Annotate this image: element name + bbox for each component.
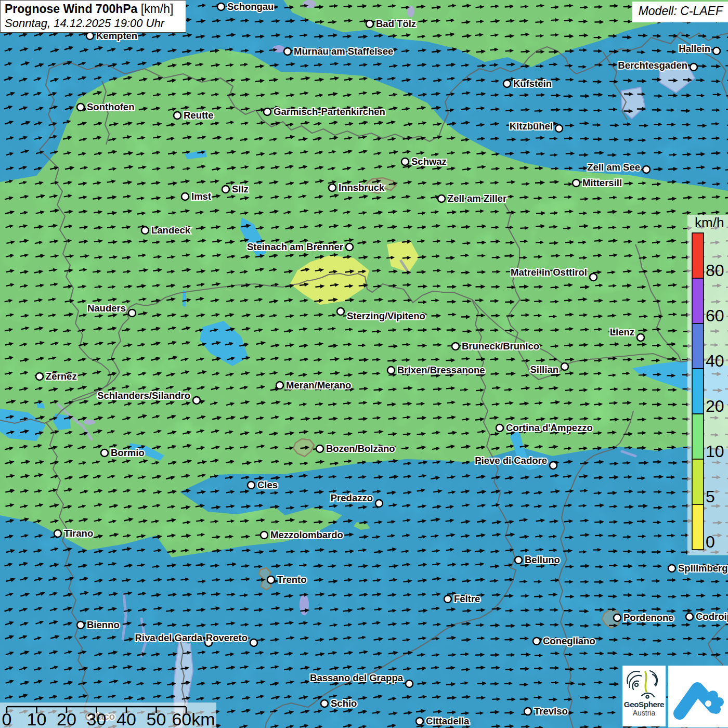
city-dot <box>284 48 291 55</box>
city-dot <box>387 367 395 374</box>
city-dot <box>515 556 522 564</box>
city-marker: Bozen/Bolzano <box>316 443 395 454</box>
city-dot <box>261 531 268 539</box>
wind-forecast-map-page: SchongauBad TölzKemptenMurnau am Staffel… <box>0 0 728 728</box>
city-marker: Mezzolombardo <box>261 529 343 540</box>
city-label: Cittadella <box>426 716 470 726</box>
city-label: Silz <box>232 184 249 194</box>
lake <box>84 420 95 425</box>
city-label: Lienz <box>610 327 634 337</box>
city-label: Kufstein <box>513 78 552 89</box>
mountain-cloud-logo-icon <box>668 666 728 727</box>
city-dot <box>524 708 531 715</box>
city-label: Schio <box>331 698 357 709</box>
city-dot <box>590 274 597 281</box>
city-label: Pordenone <box>623 612 674 623</box>
legend-tick-label: 20 <box>706 397 724 415</box>
city-label: Imst <box>191 191 211 202</box>
city-dot <box>614 614 621 621</box>
legend-tick-label: 60 <box>706 306 724 325</box>
city-label: Landeck <box>151 225 191 236</box>
city-marker: Bruneck/Brunico <box>452 341 539 352</box>
legend-color-swatch <box>692 278 704 323</box>
city-label: Spilimbergo <box>678 563 728 574</box>
legend-color-swatch <box>692 414 704 459</box>
title-box: Prognose Wind 700hPa [km/h] Sonntag, 14.… <box>0 0 186 33</box>
city-dot <box>438 195 445 202</box>
city-dot <box>533 638 540 645</box>
city-dot <box>713 47 720 55</box>
model-box: Modell: C-LAEF <box>632 2 728 22</box>
city-label: Bruneck/Brunico <box>462 341 539 352</box>
city-label: Brixen/Bressanone <box>397 365 485 375</box>
city-label: Meran/Merano <box>286 380 351 391</box>
legend: km/h806040201050 <box>687 215 728 555</box>
geosphere-logo-box: GeoSphere Austria <box>622 666 666 726</box>
city-marker: Steinach am Brenner <box>247 241 353 252</box>
legend-color-swatch <box>692 233 704 278</box>
city-label: Sonthofen <box>87 101 134 112</box>
city-dot <box>643 166 650 173</box>
city-label: Bormio <box>111 447 145 458</box>
city-marker: Berchtesgaden <box>618 60 697 71</box>
city-dot <box>321 700 328 707</box>
city-dot <box>248 482 255 489</box>
city-label: Murnau am Staffelsee <box>294 46 393 57</box>
city-dot <box>54 530 61 537</box>
scale-label: 0 <box>2 709 12 728</box>
city-dot <box>193 397 200 404</box>
city-label: Schongau <box>227 1 274 12</box>
city-label: Pieve di Cadore <box>475 455 547 466</box>
scale-label: 20 <box>57 709 76 728</box>
city-dot <box>366 20 373 28</box>
city-dot <box>561 363 568 370</box>
city-dot <box>550 462 557 469</box>
legend-tick-label: 80 <box>706 261 724 280</box>
legend-tick-label: 0 <box>706 532 715 551</box>
city-marker: Murnau am Staffelsee <box>284 46 393 57</box>
city-label: Tirano <box>64 528 93 539</box>
city-dot <box>267 576 275 583</box>
city-marker: Brixen/Bressanone <box>387 365 485 375</box>
geosphere-name: GeoSphere <box>622 700 666 709</box>
city-dot <box>573 179 580 187</box>
city-label: Sterzing/Vipiteno <box>347 310 425 321</box>
city-label: Bad Tölz <box>376 18 416 29</box>
city-label: Rovereto <box>206 632 248 643</box>
city-label: Cortina d'Ampezzo <box>506 422 593 433</box>
city-marker: Silz <box>222 184 249 194</box>
city-marker: Zell am Ziller <box>438 193 506 204</box>
city-label: Reutte <box>184 110 214 121</box>
city-label: Zell am Ziller <box>448 193 506 204</box>
city-label: Codroipo <box>696 611 728 622</box>
city-label: Schlanders/Silandro <box>97 390 190 401</box>
city-dot <box>276 382 283 389</box>
city-label: Mezzolombardo <box>270 529 343 540</box>
city-label: Schwaz <box>411 156 447 167</box>
city-dot <box>250 639 257 646</box>
city-label: Bienno <box>87 619 120 630</box>
city-label: Hallein <box>679 43 710 54</box>
city-label: Conegliano <box>543 635 595 646</box>
city-dot <box>77 621 84 629</box>
city-dot <box>217 3 225 10</box>
legend-tick-label: 10 <box>706 442 724 461</box>
city-dot <box>496 424 503 432</box>
wind-map: SchongauBad TölzKemptenMurnau am Staffel… <box>0 0 728 728</box>
city-dot <box>346 243 353 251</box>
legend-color-swatch <box>692 369 704 414</box>
city-dot <box>174 112 181 119</box>
city-dot <box>316 445 323 452</box>
legend-title: km/h <box>695 215 724 230</box>
city-marker: Imst <box>181 191 211 202</box>
legend-tick-label: 5 <box>706 487 715 506</box>
city-marker: Garmisch-Partenkirchen <box>264 106 385 117</box>
legend-tick-label: 40 <box>706 352 724 370</box>
city-dot <box>686 613 693 620</box>
legend-color-swatch <box>692 323 704 369</box>
city-dot <box>264 108 271 115</box>
geosphere-country: Austria <box>622 709 666 717</box>
city-dot <box>36 373 43 380</box>
title-parameter: Prognose Wind 700hPa <box>5 2 137 16</box>
city-dot <box>141 227 149 234</box>
